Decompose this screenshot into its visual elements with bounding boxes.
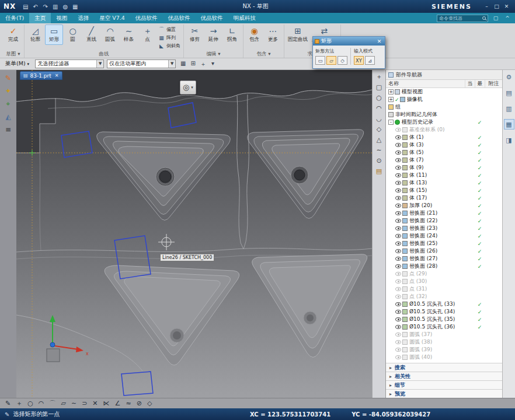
visibility-eye-icon[interactable]: [395, 317, 401, 321]
tree-row[interactable]: 点 (30): [386, 278, 502, 285]
minimize-ribbon-icon[interactable]: ^: [503, 15, 511, 21]
panel-section-search[interactable]: ▸搜索: [386, 363, 502, 372]
pointer-tool-icon[interactable]: ＋: [376, 74, 382, 80]
graphics-canvas[interactable]: x: [16, 70, 372, 398]
pattern-icon[interactable]: ◇: [147, 400, 152, 407]
mirror-icon[interactable]: ≈: [126, 400, 131, 407]
circle-shape-icon[interactable]: ○: [376, 94, 382, 102]
nav-column-4[interactable]: 附注: [485, 80, 502, 88]
rect-center-button[interactable]: ◇: [337, 56, 347, 65]
orient-view-button[interactable]: ◎ ▾: [180, 80, 196, 94]
visibility-eye-icon[interactable]: [395, 158, 401, 162]
selection-filter-select[interactable]: 无选择过滤器 ▼: [35, 60, 104, 68]
nav-column-2[interactable]: 当: [465, 80, 475, 88]
ribbon-group-label[interactable]: 包含 ▾: [245, 50, 282, 58]
visibility-eye-icon[interactable]: [395, 302, 401, 306]
pattern-curve-button[interactable]: ▦阵列: [157, 34, 182, 41]
tree-row[interactable]: Ø10.5 沉头孔 (33)✓: [386, 300, 502, 308]
include-button[interactable]: ◉包含: [245, 24, 263, 45]
ribbon-tab-3[interactable]: 视图: [51, 13, 72, 23]
parameter-mode-button[interactable]: ⊿: [365, 56, 375, 65]
tree-row[interactable]: 替换面 (28)✓: [386, 262, 502, 270]
visibility-eye-icon[interactable]: [395, 242, 401, 246]
visibility-eye-icon[interactable]: [395, 166, 401, 170]
ribbon-group-label[interactable]: 编辑 ▾: [186, 50, 241, 58]
ribbon-tab-9[interactable]: 明威科技: [228, 13, 261, 23]
visibility-eye-icon[interactable]: [395, 325, 401, 329]
part-navigator-icon[interactable]: ▦: [504, 119, 514, 130]
intersect-icon[interactable]: ⊘: [137, 400, 142, 407]
tree-row[interactable]: Ø10.5 沉头孔 (34)✓: [386, 308, 502, 316]
close-icon[interactable]: ✕: [375, 38, 383, 44]
visibility-eye-icon[interactable]: [395, 348, 401, 352]
rect-three-point-button[interactable]: ▱: [326, 56, 336, 65]
visibility-eye-icon[interactable]: [395, 128, 401, 132]
selection-scope-select[interactable]: 仅在活动草图内 ▼: [107, 60, 176, 68]
expand-window-icon[interactable]: ▢: [492, 15, 500, 21]
toolbar-menu-icon[interactable]: ≡: [5, 126, 11, 134]
point-button[interactable]: ＋点: [138, 24, 156, 45]
visibility-eye-icon[interactable]: [395, 226, 401, 230]
panel-settings-gear-icon[interactable]: ⚙: [504, 72, 514, 82]
ribbon-group-label[interactable]: 草图 ▾: [4, 50, 22, 58]
trim-button[interactable]: ✂修剪: [186, 24, 204, 45]
menu-button[interactable]: 菜单(M) ▾: [2, 60, 32, 68]
visibility-eye-icon[interactable]: [395, 234, 401, 238]
tree-row[interactable]: 体 (13)✓: [386, 179, 502, 187]
tree-row[interactable]: 体 (3)✓: [386, 141, 502, 149]
tree-row[interactable]: 替换面 (22)✓: [386, 217, 502, 225]
tree-row[interactable]: 替换面 (27)✓: [386, 255, 502, 262]
tree-row[interactable]: Ø10.5 沉头孔 (36)✓: [386, 323, 502, 331]
visibility-eye-icon[interactable]: [395, 332, 401, 337]
tree-row[interactable]: 体 (9)✓: [386, 164, 502, 172]
xy-coordinate-mode-button[interactable]: XY: [354, 56, 364, 65]
extend-icon[interactable]: ⋉: [103, 400, 110, 407]
arc-up-shape-icon[interactable]: ◠: [376, 105, 382, 112]
tree-row[interactable]: 加厚 (20)✓: [386, 202, 502, 209]
tree-row[interactable]: 体 (11)✓: [386, 172, 502, 179]
close-icon[interactable]: ✕: [55, 73, 59, 78]
visibility-eye-icon[interactable]: [395, 173, 401, 177]
visibility-eye-icon[interactable]: [395, 196, 401, 200]
redo-icon[interactable]: ↷: [41, 4, 50, 10]
visibility-eye-icon[interactable]: [395, 188, 401, 192]
triangle-shape-icon[interactable]: △: [377, 136, 381, 144]
ellipse-shape-icon[interactable]: ◇: [377, 126, 381, 133]
visibility-eye-icon[interactable]: [395, 135, 401, 139]
tree-row[interactable]: 组: [386, 103, 502, 111]
visibility-eye-icon[interactable]: [395, 279, 401, 284]
tree-row[interactable]: -模型历史记录✓: [386, 118, 502, 126]
tree-row[interactable]: 点 (29): [386, 270, 502, 278]
panel-section-details[interactable]: ▸细节: [386, 380, 502, 389]
point-snap-icon[interactable]: ⊞: [189, 60, 197, 68]
tree-row[interactable]: 点 (32): [386, 293, 502, 300]
trim-icon[interactable]: ✕: [92, 400, 98, 407]
tree-row[interactable]: 替换面 (21)✓: [386, 209, 502, 217]
fix-curve-button[interactable]: ⊞固定曲线: [286, 24, 309, 45]
ribbon-tab-4[interactable]: 选择: [72, 13, 94, 23]
grid-snap-icon[interactable]: ▦: [179, 60, 187, 68]
assembly-navigator-icon[interactable]: ▤: [504, 88, 514, 98]
spline-shape-icon[interactable]: ∼: [376, 147, 381, 154]
panel-section-related[interactable]: ▸相关性: [386, 372, 502, 380]
nav-column-1[interactable]: 名称: [386, 80, 465, 88]
tree-row[interactable]: 点 (31): [386, 285, 502, 293]
tree-row[interactable]: 体 (1)✓: [386, 134, 502, 141]
panel-section-preview[interactable]: ▸预览: [386, 389, 502, 398]
visibility-eye-icon[interactable]: [395, 150, 401, 155]
reuse-library-icon[interactable]: ◨: [504, 135, 514, 145]
chamfer-button[interactable]: ◣倒斜角: [157, 42, 182, 50]
visibility-eye-icon[interactable]: [395, 287, 401, 291]
ribbon-tab-2[interactable]: 主页: [29, 13, 51, 23]
ribbon-tab-6[interactable]: 优品软件: [130, 13, 163, 23]
maximize-button[interactable]: □: [492, 4, 502, 9]
style-palette-icon[interactable]: ▤: [376, 168, 382, 175]
graphics-window[interactable]: x ▤ 83-1.prt ✕ ◎ ▾ Line26 / SKETCH_000: [16, 70, 372, 398]
tree-row[interactable]: 圆弧 (39): [386, 346, 502, 354]
undo-icon[interactable]: ↶: [31, 4, 40, 10]
point-icon[interactable]: ＋: [16, 400, 22, 407]
arc-down-shape-icon[interactable]: ◡: [376, 116, 382, 123]
tree-row[interactable]: 圆弧 (38): [386, 338, 502, 346]
arc-icon[interactable]: ◠: [39, 400, 44, 407]
tree-row[interactable]: 替换面 (26)✓: [386, 247, 502, 255]
